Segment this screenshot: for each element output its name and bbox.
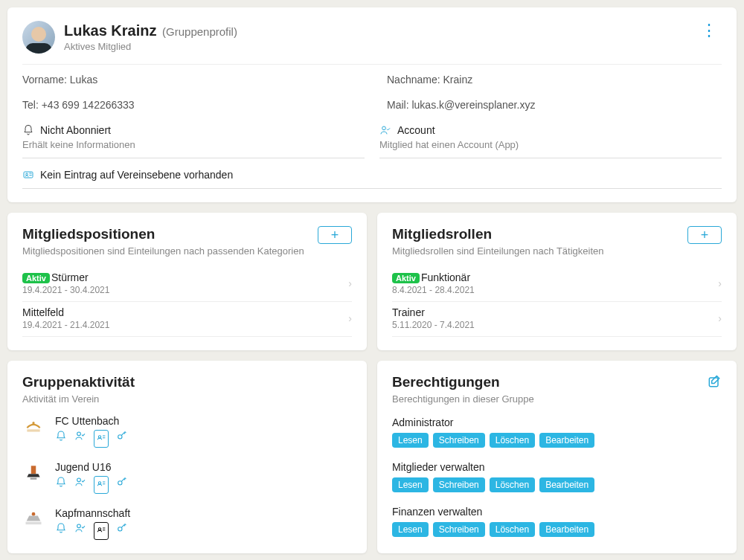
svg-point-15 — [77, 524, 81, 528]
positions-list: AktivStürmer 19.4.2021 - 30.4.2021 › Mit… — [22, 267, 352, 337]
chevron-right-icon: › — [718, 312, 722, 324]
chevron-right-icon: › — [718, 277, 722, 289]
bell-icon[interactable] — [55, 522, 67, 540]
id-card-icon[interactable] — [94, 430, 109, 448]
activity-icons — [55, 430, 128, 448]
chevron-right-icon: › — [348, 312, 352, 324]
profile-name-line: Lukas Krainz (Gruppenprofil) — [64, 22, 237, 39]
activity-item: Kapfmannschaft — [22, 507, 352, 540]
chevron-right-icon: › — [348, 277, 352, 289]
svg-point-2 — [26, 173, 28, 176]
svg-rect-9 — [31, 478, 37, 480]
positions-title: Mitgliedspositionen — [22, 226, 304, 242]
activity-subtitle: Aktivität im Verein — [22, 393, 135, 405]
field-tel: Tel: +43 699 142266333 — [22, 99, 357, 111]
club-logo — [22, 461, 45, 483]
profile-status: Aktives Mitglied — [64, 41, 237, 52]
key-icon[interactable] — [116, 430, 128, 448]
key-icon[interactable] — [116, 476, 128, 494]
permission-tag: Schreiben — [433, 433, 485, 448]
positions-card: Mitgliedspositionen Mitgliedspositionen … — [7, 213, 367, 350]
roles-title: Mitgliedsrollen — [392, 226, 604, 242]
svg-point-11 — [98, 482, 100, 484]
svg-rect-1 — [24, 172, 33, 178]
subscription-desc: Erhält keine Informationen — [22, 139, 365, 150]
aktiv-badge: Aktiv — [22, 273, 50, 283]
no-club-entry-row: Kein Eintrag auf Vereinsebene vorhanden — [22, 161, 722, 189]
person-check-icon[interactable] — [74, 430, 86, 448]
bell-icon — [22, 124, 34, 136]
roles-subtitle: Mitgliedsrollen sind Einteilungen nach T… — [392, 245, 604, 257]
permission-tag: Schreiben — [433, 477, 485, 492]
club-logo — [22, 507, 45, 530]
add-role-button[interactable]: + — [687, 226, 722, 244]
svg-point-0 — [382, 126, 386, 130]
permission-tag: Löschen — [490, 522, 535, 537]
permission-tag: Lesen — [392, 433, 429, 448]
roles-card: Mitgliedsrollen Mitgliedsrollen sind Ein… — [377, 213, 737, 350]
svg-rect-4 — [27, 429, 39, 431]
permissions-list: Administrator Lesen Schreiben Löschen Be… — [392, 416, 722, 537]
permission-tag: Schreiben — [433, 522, 485, 537]
permission-tag: Lesen — [392, 477, 429, 492]
list-item[interactable]: AktivStürmer 19.4.2021 - 30.4.2021 › — [22, 267, 352, 302]
key-icon[interactable] — [116, 522, 128, 540]
id-card-icon — [22, 169, 34, 181]
field-vorname: Vorname: Lukas — [22, 74, 357, 86]
svg-point-10 — [77, 478, 81, 482]
permission-tag: Löschen — [490, 477, 535, 492]
activity-card: Gruppenaktivität Aktivität im Verein FC … — [7, 361, 367, 553]
permissions-subtitle: Berechtigungen in dieser Gruppe — [392, 393, 534, 405]
permission-tag: Lesen — [392, 522, 429, 537]
svg-point-7 — [118, 435, 122, 439]
permissions-title: Berechtigungen — [392, 374, 534, 390]
svg-rect-14 — [26, 522, 42, 525]
person-check-icon[interactable] — [74, 522, 86, 540]
activity-item: Jugend U16 — [22, 461, 352, 494]
account-desc: Mitglied hat einen Account (App) — [379, 139, 722, 150]
bell-icon[interactable] — [55, 430, 67, 448]
permission-row: Administrator Lesen Schreiben Löschen Be… — [392, 416, 722, 448]
id-card-icon[interactable] — [94, 476, 109, 494]
id-card-icon[interactable] — [94, 522, 109, 540]
svg-rect-8 — [31, 466, 36, 474]
field-mail: Mail: lukas.k@vereinsplaner.xyz — [387, 99, 722, 111]
svg-point-13 — [32, 512, 36, 516]
list-item[interactable]: AktivFunktionär 8.4.2021 - 28.4.2021 › — [392, 267, 722, 302]
activity-title: Gruppenaktivität — [22, 374, 135, 390]
subscription-cell: Nicht Abonniert Erhält keine Information… — [22, 123, 365, 158]
permission-tag: Bearbeiten — [539, 477, 594, 492]
list-item[interactable]: Mittelfeld 19.4.2021 - 21.4.2021 › — [22, 302, 352, 337]
profile-card: Lukas Krainz (Gruppenprofil) Aktives Mit… — [7, 7, 737, 202]
more-menu-icon[interactable]: ⋮ — [696, 21, 722, 40]
activity-icons — [55, 522, 130, 540]
permission-tag: Bearbeiten — [539, 433, 594, 448]
permission-row: Finanzen verwalten Lesen Schreiben Lösch… — [392, 506, 722, 537]
avatar — [22, 21, 55, 54]
activity-icons — [55, 476, 128, 494]
profile-name-suffix: (Gruppenprofil) — [162, 25, 237, 38]
permission-tag: Löschen — [490, 433, 535, 448]
add-position-button[interactable]: + — [318, 226, 352, 244]
svg-point-16 — [98, 528, 100, 530]
account-cell: Account Mitglied hat einen Account (App) — [379, 123, 722, 158]
field-nachname: Nachname: Krainz — [387, 74, 722, 86]
permission-tag: Bearbeiten — [539, 522, 594, 537]
svg-point-3 — [32, 422, 34, 424]
svg-point-6 — [98, 436, 100, 438]
roles-list: AktivFunktionär 8.4.2021 - 28.4.2021 › T… — [392, 267, 722, 337]
bell-icon[interactable] — [55, 476, 67, 494]
profile-name: Lukas Krainz — [64, 22, 156, 39]
divider — [22, 64, 722, 65]
person-check-icon[interactable] — [74, 476, 86, 494]
aktiv-badge: Aktiv — [392, 273, 420, 283]
club-logo — [22, 415, 45, 437]
permissions-card: Berechtigungen Berechtigungen in dieser … — [377, 361, 737, 553]
person-check-icon — [379, 124, 391, 136]
activity-item: FC Uttenbach — [22, 415, 352, 448]
svg-point-5 — [77, 432, 81, 436]
positions-subtitle: Mitgliedspositionen sind Einteilungen na… — [22, 245, 304, 257]
list-item[interactable]: Trainer 5.11.2020 - 7.4.2021 › — [392, 302, 722, 337]
edit-permissions-button[interactable] — [707, 374, 722, 392]
svg-point-17 — [118, 527, 122, 531]
